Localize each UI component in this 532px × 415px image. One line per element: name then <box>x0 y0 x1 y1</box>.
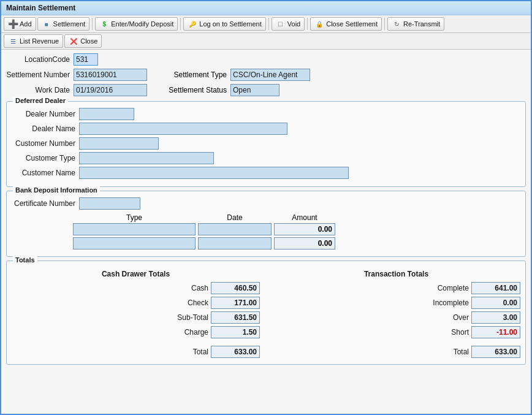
customer-type-input[interactable] <box>79 152 214 164</box>
close-x-icon: ❌ <box>69 36 78 46</box>
over-value: 3.00 <box>471 311 520 324</box>
charge-row: Charge 1.50 <box>12 326 260 338</box>
total-tx-row: Total 633.00 <box>272 346 520 358</box>
cash-label: Cash <box>165 284 208 292</box>
void-icon: ☐ <box>276 19 286 29</box>
list-icon: ☰ <box>8 36 18 46</box>
settlement-type-label: Settlement Type <box>159 70 227 79</box>
settlement-status-input[interactable] <box>230 84 279 96</box>
short-label: Short <box>426 328 469 337</box>
complete-row: Complete 641.00 <box>272 282 520 294</box>
close-button[interactable]: ❌ Close <box>64 34 102 48</box>
toolbar-row1: ➕ Add ■ Settlement $ Enter/Modify Deposi… <box>1 15 531 33</box>
dealer-number-label: Dealer Number <box>12 110 79 118</box>
bank-amount-2: 0.00 <box>274 237 335 249</box>
deferred-dealer-title: Deferred Dealer <box>13 97 68 104</box>
check-row: Check 171.00 <box>12 297 260 309</box>
charge-value: 1.50 <box>211 326 260 338</box>
customer-number-input[interactable] <box>79 137 159 150</box>
list-revenue-label: List Revenue <box>20 37 59 45</box>
certificate-number-input[interactable] <box>79 197 140 210</box>
content-area: LocationCode Settlement Number Settlemen… <box>1 50 531 414</box>
bank-deposit-section: Bank Deposit Information Certificate Num… <box>6 191 526 257</box>
add-label: Add <box>20 20 32 28</box>
dealer-number-row: Dealer Number <box>12 108 520 120</box>
short-row: Short -11.00 <box>272 326 520 338</box>
lock-icon: 🔒 <box>314 19 324 29</box>
total-cash-row: Total 633.00 <box>12 346 260 358</box>
customer-type-label: Customer Type <box>12 154 79 162</box>
main-window: Maintain Settlement ➕ Add ■ Settlement $… <box>0 0 532 415</box>
settlement-row: Settlement Number Settlement Type <box>6 69 526 81</box>
work-date-input[interactable] <box>74 84 147 96</box>
settlement-button[interactable]: ■ Settlement <box>37 17 90 31</box>
over-row: Over 3.00 <box>272 311 520 324</box>
check-label: Check <box>165 299 208 307</box>
over-label: Over <box>426 313 469 322</box>
amount-header: Amount <box>274 213 335 222</box>
settlement-type-input[interactable] <box>230 69 310 81</box>
location-code-label: LocationCode <box>6 55 74 64</box>
customer-name-row: Customer Name <box>12 167 520 179</box>
close-settlement-button[interactable]: 🔒 Close Settlement <box>310 17 382 31</box>
date-header: Date <box>198 213 272 222</box>
divider5 <box>384 18 385 30</box>
totals-title: Totals <box>13 256 37 264</box>
cash-drawer-col: Cash Drawer Totals Cash 460.50 Check 171… <box>12 270 260 359</box>
total-cash-label: Total <box>165 348 208 356</box>
workdate-row: Work Date Settlement Status <box>6 84 526 96</box>
add-button[interactable]: ➕ Add <box>4 17 36 31</box>
close-label: Close <box>80 37 97 45</box>
logon-button[interactable]: 🔑 Log on to Settlement <box>183 17 266 31</box>
transaction-header: Transaction Totals <box>272 270 520 278</box>
enter-modify-label: Enter/Modify Deposit <box>111 20 173 28</box>
retransmit-label: Re-Transmit <box>403 20 440 28</box>
dealer-name-row: Dealer Name <box>12 123 520 135</box>
dollar-icon: $ <box>99 19 109 29</box>
cash-row: Cash 460.50 <box>12 282 260 294</box>
list-revenue-button[interactable]: ☰ List Revenue <box>4 34 63 48</box>
bank-table-header: Type Date Amount <box>73 213 520 222</box>
bank-deposit-title: Bank Deposit Information <box>13 186 100 194</box>
customer-name-input[interactable] <box>79 167 349 179</box>
bank-deposit-content: Certificate Number Type Date Amount 0.00 <box>12 197 520 249</box>
bank-type-2[interactable] <box>73 237 196 249</box>
cash-drawer-header: Cash Drawer Totals <box>12 270 260 278</box>
bank-type-1[interactable] <box>73 223 196 235</box>
transaction-col: Transaction Totals Complete 641.00 Incom… <box>272 270 520 359</box>
settlement-label: Settlement <box>53 20 86 28</box>
void-button[interactable]: ☐ Void <box>272 17 305 31</box>
retransmit-button[interactable]: ↻ Re-Transmit <box>387 17 444 31</box>
certificate-number-label: Certificate Number <box>12 199 79 208</box>
add-icon: ➕ <box>8 19 18 29</box>
deferred-dealer-section: Deferred Dealer Dealer Number Dealer Nam… <box>6 101 526 187</box>
enter-modify-button[interactable]: $ Enter/Modify Deposit <box>95 17 178 31</box>
complete-value: 641.00 <box>471 282 520 294</box>
settlement-status-label: Settlement Status <box>159 86 227 94</box>
bank-date-2[interactable] <box>198 237 272 249</box>
customer-number-label: Customer Number <box>12 139 79 148</box>
subtotal-value: 631.50 <box>211 311 260 324</box>
customer-name-label: Customer Name <box>12 169 79 177</box>
dealer-name-label: Dealer Name <box>12 124 79 133</box>
incomplete-value: 0.00 <box>471 297 520 309</box>
subtotal-row: Sub-Total 631.50 <box>12 311 260 324</box>
dealer-number-input[interactable] <box>79 108 134 120</box>
void-label: Void <box>287 20 300 28</box>
totals-section: Totals Cash Drawer Totals Cash 460.50 Ch… <box>6 261 526 365</box>
complete-label: Complete <box>426 284 469 292</box>
location-code-input[interactable] <box>74 53 98 66</box>
bank-date-1[interactable] <box>198 223 272 235</box>
bank-row-2: 0.00 <box>73 237 520 249</box>
window-title: Maintain Settlement <box>6 4 75 12</box>
customer-number-row: Customer Number <box>12 137 520 150</box>
divider1 <box>92 18 93 30</box>
settlement-number-label: Settlement Number <box>6 70 74 79</box>
charge-label: Charge <box>165 328 208 337</box>
cash-value: 460.50 <box>211 282 260 294</box>
totals-grid: Cash Drawer Totals Cash 460.50 Check 171… <box>12 270 520 359</box>
settlement-number-input[interactable] <box>74 69 147 81</box>
title-bar: Maintain Settlement <box>1 1 531 15</box>
logon-label: Log on to Settlement <box>199 20 262 28</box>
dealer-name-input[interactable] <box>79 123 287 135</box>
